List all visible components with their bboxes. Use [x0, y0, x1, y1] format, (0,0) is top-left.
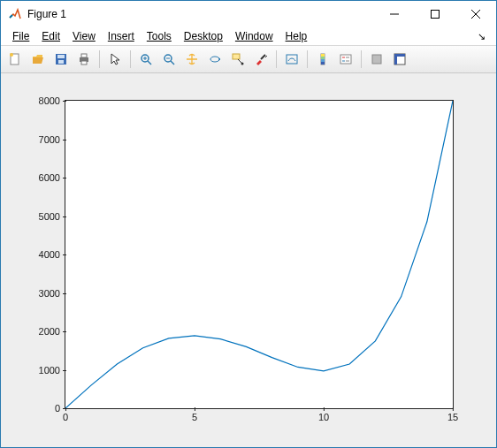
data-cursor-button[interactable]: [227, 49, 248, 70]
svg-rect-1: [432, 11, 440, 19]
toolbar-separator: [130, 50, 131, 68]
ytick-label: 6000: [39, 172, 65, 183]
ytick-label: 7000: [39, 134, 65, 145]
link-button[interactable]: [281, 49, 302, 70]
show-plot-tools-button[interactable]: [389, 49, 410, 70]
svg-rect-10: [81, 54, 87, 57]
menubar: File Edit View Insert Tools Desktop Wind…: [1, 27, 496, 45]
toolbar-separator: [361, 50, 362, 68]
print-button[interactable]: [73, 49, 95, 70]
svg-line-23: [261, 55, 265, 59]
brush-button[interactable]: [250, 49, 271, 70]
svg-point-19: [210, 57, 219, 62]
matlab-icon: [8, 7, 22, 21]
zoom-out-button[interactable]: [158, 49, 180, 70]
svg-line-3: [471, 10, 480, 19]
menu-tools[interactable]: Tools: [141, 28, 178, 44]
ytick-label: 1000: [39, 365, 65, 376]
xtick-label: 0: [63, 408, 68, 422]
save-button[interactable]: [50, 49, 72, 70]
svg-rect-29: [321, 62, 325, 65]
svg-rect-38: [397, 54, 405, 57]
svg-rect-7: [57, 55, 65, 58]
menu-view[interactable]: View: [66, 28, 102, 44]
menu-insert[interactable]: Insert: [102, 28, 141, 44]
svg-rect-35: [372, 55, 381, 64]
ytick-label: 5000: [39, 211, 65, 222]
menu-desktop[interactable]: Desktop: [178, 28, 229, 44]
svg-line-17: [171, 61, 174, 65]
ytick-label: 4000: [39, 249, 65, 260]
hide-plot-tools-button[interactable]: [366, 49, 387, 70]
pointer-button[interactable]: [104, 49, 126, 70]
pan-button[interactable]: [181, 49, 203, 70]
colorbar-button[interactable]: [312, 49, 333, 70]
svg-rect-28: [321, 59, 325, 62]
titlebar: Figure 1: [1, 1, 496, 27]
xtick-label: 5: [192, 408, 197, 422]
menu-help[interactable]: Help: [279, 28, 314, 44]
svg-point-22: [241, 63, 244, 65]
legend-button[interactable]: [335, 49, 356, 70]
xtick-label: 10: [318, 408, 329, 422]
svg-rect-27: [321, 57, 325, 59]
toolbar-separator: [276, 50, 277, 68]
svg-rect-37: [394, 54, 397, 65]
svg-rect-11: [81, 61, 87, 65]
window-title: Figure 1: [27, 8, 66, 20]
svg-line-13: [148, 61, 151, 65]
svg-line-2: [471, 10, 480, 19]
menu-file[interactable]: File: [6, 28, 35, 44]
xtick-label: 15: [447, 408, 458, 422]
maximize-button[interactable]: [415, 1, 455, 27]
open-button[interactable]: [27, 49, 49, 70]
close-button[interactable]: [455, 1, 496, 27]
new-figure-button[interactable]: [4, 49, 26, 70]
figure-window: Figure 1 File Edit View Insert Tools Des…: [0, 0, 497, 448]
rotate3d-button[interactable]: [204, 49, 226, 70]
svg-rect-8: [58, 60, 64, 64]
ytick-label: 3000: [39, 288, 65, 299]
minimize-button[interactable]: [374, 1, 415, 27]
svg-rect-26: [321, 54, 325, 57]
menu-edit[interactable]: Edit: [35, 28, 66, 44]
toolbar-separator: [99, 50, 100, 68]
toolbar: [1, 45, 496, 73]
ytick-label: 2000: [39, 326, 65, 337]
line-series: [65, 101, 453, 408]
zoom-in-button[interactable]: [135, 49, 157, 70]
axes[interactable]: 0 1000 2000 3000 4000 5000 6000 7000 800…: [65, 100, 454, 409]
toolbar-separator: [307, 50, 308, 68]
dock-arrow-icon[interactable]: ↘: [478, 31, 491, 42]
svg-rect-24: [287, 55, 297, 64]
ytick-label: 8000: [39, 95, 65, 106]
figure-canvas[interactable]: 0 1000 2000 3000 4000 5000 6000 7000 800…: [1, 73, 496, 447]
menu-window[interactable]: Window: [229, 28, 279, 44]
svg-point-5: [10, 53, 13, 57]
svg-rect-30: [340, 55, 351, 64]
svg-rect-20: [233, 54, 240, 59]
